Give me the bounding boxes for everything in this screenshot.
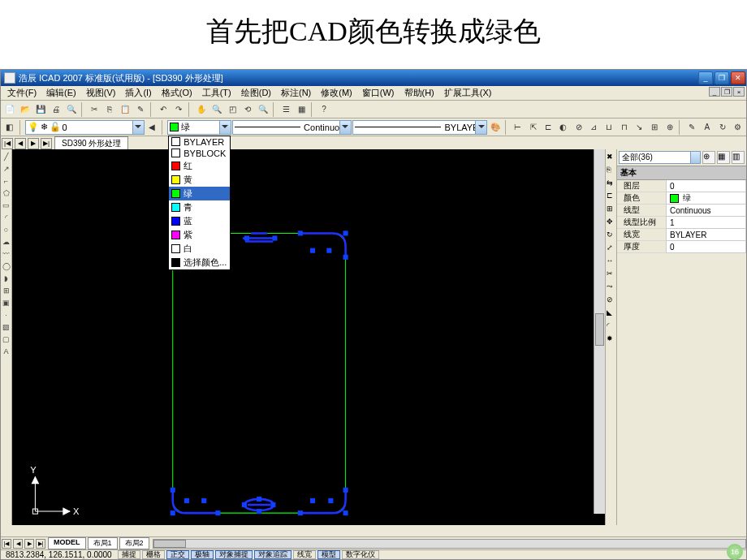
- chevron-down-icon[interactable]: [475, 121, 486, 134]
- status-toggle[interactable]: 极轴: [191, 550, 214, 559]
- doc-restore-button[interactable]: ❐: [721, 87, 732, 97]
- trim-button[interactable]: ✂: [607, 269, 616, 281]
- status-toggle[interactable]: 捕捉: [118, 550, 140, 559]
- match-button[interactable]: ✎: [133, 102, 148, 117]
- zoom-window-button[interactable]: ◰: [225, 102, 240, 117]
- dim-cont-button[interactable]: ⊓: [617, 120, 632, 135]
- paste-button[interactable]: 📋: [118, 102, 132, 117]
- redo-button[interactable]: ↷: [171, 102, 186, 117]
- dimstyle-button[interactable]: ⚙: [730, 120, 745, 135]
- doc-minimize-button[interactable]: _: [709, 87, 720, 97]
- layer-prev-button[interactable]: ◀: [145, 120, 160, 135]
- zoom-realtime-button[interactable]: 🔍: [209, 102, 224, 117]
- save-button[interactable]: 💾: [33, 102, 48, 117]
- property-row[interactable]: 颜色绿: [617, 192, 746, 205]
- close-button[interactable]: ✕: [731, 71, 745, 84]
- horizontal-scrollbar[interactable]: [153, 539, 746, 549]
- menu-item[interactable]: 窗口(W): [357, 87, 399, 99]
- menu-item[interactable]: 文件(F): [2, 87, 41, 99]
- array-button[interactable]: ⊞: [607, 205, 616, 216]
- help-button[interactable]: ?: [317, 102, 331, 117]
- property-row[interactable]: 厚度0: [617, 241, 746, 253]
- preview-button[interactable]: 🔍: [64, 102, 79, 117]
- color-option[interactable]: BYBLOCK: [169, 148, 229, 159]
- layer-dropdown[interactable]: 💡❄🔓 0: [25, 120, 145, 135]
- open-button[interactable]: 📂: [18, 102, 32, 117]
- status-toggle[interactable]: 对象追踪: [254, 550, 291, 559]
- properties-button[interactable]: ☰: [279, 102, 293, 117]
- tab-nav-prev[interactable]: ◀: [15, 138, 26, 149]
- toggle-pick-button[interactable]: ▥: [732, 151, 745, 164]
- insert-button[interactable]: ⊞: [2, 285, 11, 296]
- menu-item[interactable]: 标注(N): [276, 87, 316, 99]
- dim-base-button[interactable]: ⊔: [602, 120, 616, 135]
- dim-align-button[interactable]: ⇱: [526, 120, 541, 135]
- center-button[interactable]: ⊕: [663, 120, 677, 135]
- polygon-button[interactable]: ⬠: [2, 187, 11, 199]
- tab-nav-next[interactable]: ▶: [28, 138, 39, 149]
- menu-item[interactable]: 修改(M): [316, 87, 357, 99]
- doc-close-button[interactable]: ×: [733, 87, 745, 97]
- line-button[interactable]: ╱: [2, 151, 11, 162]
- status-toggle[interactable]: 对象捕捉: [215, 550, 253, 559]
- layer-prop-button[interactable]: ◧: [2, 120, 17, 135]
- dim-dia-button[interactable]: ⊘: [572, 120, 586, 135]
- xline-button[interactable]: ↗: [2, 163, 11, 174]
- ellipse-button[interactable]: ◯: [2, 261, 11, 272]
- vertical-scrollbar[interactable]: [594, 149, 605, 514]
- menu-item[interactable]: 编辑(E): [41, 87, 81, 99]
- layout-tab[interactable]: 布局1: [88, 537, 118, 549]
- copy-button[interactable]: ⎘: [102, 102, 117, 117]
- property-value[interactable]: 0: [666, 180, 746, 192]
- undo-button[interactable]: ↶: [156, 102, 171, 117]
- dim-update-button[interactable]: ↻: [715, 120, 730, 135]
- property-row[interactable]: 图层0: [617, 180, 746, 192]
- spline-button[interactable]: 〰: [2, 248, 11, 260]
- status-toggle[interactable]: 数字化仪: [342, 550, 379, 559]
- arc-button[interactable]: ◜: [2, 212, 11, 223]
- color-option[interactable]: 黄: [169, 173, 229, 187]
- status-toggle[interactable]: 线宽: [293, 550, 316, 559]
- maximize-button[interactable]: ❐: [715, 71, 729, 84]
- region-button[interactable]: ▢: [2, 334, 11, 345]
- tolerance-button[interactable]: ⊞: [647, 120, 662, 135]
- layout-tab[interactable]: 布局2: [119, 537, 149, 549]
- mirror-button[interactable]: ⇆: [607, 179, 616, 190]
- color-dropdown[interactable]: 绿 BYLAYERBYBLOCK红黄绿青蓝紫白选择颜色...: [167, 120, 231, 135]
- offset-button[interactable]: ⊏: [607, 192, 616, 203]
- property-value[interactable]: Continuous: [666, 205, 746, 217]
- color-option[interactable]: 白: [169, 242, 229, 256]
- revcloud-button[interactable]: ☁: [2, 236, 11, 248]
- scale-button[interactable]: ⤢: [607, 243, 616, 255]
- layout-nav-last[interactable]: ▶|: [36, 539, 45, 549]
- linetype-dropdown[interactable]: Continuous: [232, 120, 352, 135]
- dim-rad-button[interactable]: ◐: [556, 120, 571, 135]
- circle-button[interactable]: ○: [2, 224, 11, 235]
- menu-item[interactable]: 插入(I): [120, 87, 156, 99]
- zoom-prev-button[interactable]: ⟲: [240, 102, 255, 117]
- point-button[interactable]: ·: [2, 309, 11, 321]
- drawing-canvas[interactable]: X Y: [12, 149, 605, 525]
- dim-edit-button[interactable]: ✎: [684, 120, 699, 135]
- rectangle-button[interactable]: ▭: [2, 200, 11, 211]
- layout-nav-prev[interactable]: ◀: [13, 539, 23, 549]
- property-value[interactable]: 绿: [666, 192, 746, 205]
- dim-ang-button[interactable]: ⊿: [586, 120, 601, 135]
- layout-nav-next[interactable]: ▶: [24, 539, 34, 549]
- property-row[interactable]: 线型Continuous: [617, 205, 746, 217]
- color-option[interactable]: 紫: [169, 228, 229, 242]
- select-objects-button[interactable]: ▦: [717, 151, 730, 164]
- zoom-button[interactable]: 🔍: [256, 102, 270, 117]
- menu-item[interactable]: 绘图(D): [236, 87, 276, 99]
- menu-item[interactable]: 视图(V): [81, 87, 121, 99]
- break-button[interactable]: ⊘: [607, 295, 616, 307]
- chevron-down-icon[interactable]: [339, 121, 351, 134]
- layout-nav-first[interactable]: |◀: [2, 539, 11, 549]
- quick-select-button[interactable]: ⊕: [702, 151, 715, 164]
- menu-item[interactable]: 扩展工具(X): [439, 87, 497, 99]
- chevron-down-icon[interactable]: [219, 121, 231, 134]
- move-button[interactable]: ✥: [607, 218, 616, 229]
- layout-tab[interactable]: MODEL: [48, 537, 86, 549]
- status-toggle[interactable]: 模型: [317, 550, 340, 559]
- property-value[interactable]: BYLAYER: [666, 229, 746, 241]
